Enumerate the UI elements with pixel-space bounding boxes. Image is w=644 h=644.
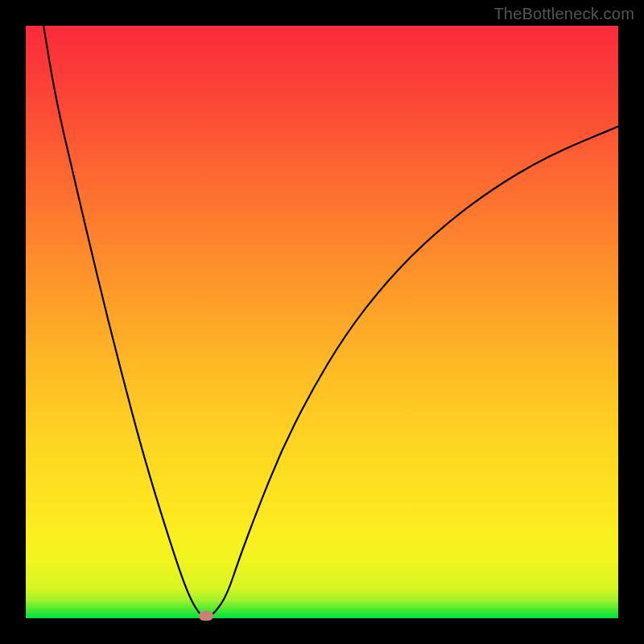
watermark-text: TheBottleneck.com [493, 5, 634, 23]
chart-container: TheBottleneck.com [0, 0, 644, 644]
curve-path [43, 26, 618, 617]
optimal-marker [199, 611, 213, 621]
plot-area [26, 26, 618, 618]
bottleneck-curve [26, 26, 618, 618]
